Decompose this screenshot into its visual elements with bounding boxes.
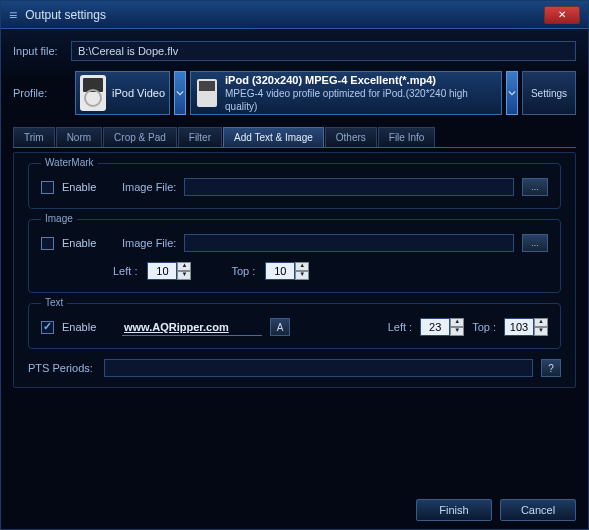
tab-panel: WaterMark Enable Image File: ... Image E…	[13, 152, 576, 388]
tab-norm[interactable]: Norm	[56, 127, 102, 147]
watermark-row: Enable Image File: ...	[41, 178, 548, 196]
watermark-imagefile-field[interactable]	[184, 178, 514, 196]
titlebar: ≡ Output settings ✕	[1, 1, 588, 29]
image-left-down[interactable]: ▼	[177, 271, 191, 280]
image-top-down[interactable]: ▼	[295, 271, 309, 280]
watermark-enable-label: Enable	[62, 181, 114, 193]
content-area: Input file: Profile: iPod Video iPod (32…	[1, 29, 588, 400]
watermark-browse-button[interactable]: ...	[522, 178, 548, 196]
tab-crop-pad[interactable]: Crop & Pad	[103, 127, 177, 147]
ipod-icon	[80, 75, 106, 111]
watermark-group: WaterMark Enable Image File: ...	[28, 163, 561, 209]
text-row: Enable A Left : ▲ ▼ Top :	[41, 318, 548, 336]
finish-button[interactable]: Finish	[416, 499, 492, 521]
pts-input[interactable]	[104, 359, 533, 377]
profile-category-box: iPod Video	[75, 71, 170, 115]
input-file-field[interactable]	[71, 41, 576, 61]
text-enable-checkbox[interactable]	[41, 321, 54, 334]
text-left-spinner: ▲ ▼	[420, 318, 464, 336]
text-top-input[interactable]	[504, 318, 534, 336]
profile-preset-box: iPod (320x240) MPEG-4 Excellent(*.mp4) M…	[190, 71, 502, 115]
tab-file-info[interactable]: File Info	[378, 127, 436, 147]
image-top-spinner: ▲ ▼	[265, 262, 309, 280]
image-position-row: Left : ▲ ▼ Top : ▲ ▼	[41, 262, 548, 280]
image-left-input[interactable]	[147, 262, 177, 280]
text-top-down[interactable]: ▼	[534, 327, 548, 336]
watermark-legend: WaterMark	[41, 157, 98, 168]
ipod-preset-icon	[197, 79, 217, 107]
text-legend: Text	[41, 297, 67, 308]
tabs-bar: Trim Norm Crop & Pad Filter Add Text & I…	[13, 127, 576, 148]
preset-description: MPEG-4 video profile optimized for iPod.…	[225, 87, 495, 113]
output-settings-window: ≡ Output settings ✕ Input file: Profile:…	[0, 0, 589, 530]
menu-icon[interactable]: ≡	[9, 7, 17, 23]
input-file-label: Input file:	[13, 45, 71, 57]
image-enable-label: Enable	[62, 237, 114, 249]
text-left-input[interactable]	[420, 318, 450, 336]
text-enable-label: Enable	[62, 321, 114, 333]
window-title: Output settings	[25, 8, 544, 22]
profile-category-dropdown[interactable]	[174, 71, 186, 115]
pts-label: PTS Periods:	[28, 362, 96, 374]
settings-button[interactable]: Settings	[522, 71, 576, 115]
tab-add-text-image[interactable]: Add Text & Image	[223, 127, 324, 147]
image-top-label: Top :	[231, 265, 255, 277]
text-top-label: Top :	[472, 321, 496, 333]
text-group: Text Enable A Left : ▲ ▼ Top	[28, 303, 561, 349]
text-value-input[interactable]	[122, 318, 262, 336]
close-button[interactable]: ✕	[544, 6, 580, 24]
pts-help-button[interactable]: ?	[541, 359, 561, 377]
text-top-up[interactable]: ▲	[534, 318, 548, 327]
text-left-down[interactable]: ▼	[450, 327, 464, 336]
profile-preset-text: iPod (320x240) MPEG-4 Excellent(*.mp4) M…	[225, 73, 495, 113]
watermark-enable-checkbox[interactable]	[41, 181, 54, 194]
tab-filter[interactable]: Filter	[178, 127, 222, 147]
font-button[interactable]: A	[270, 318, 290, 336]
image-legend: Image	[41, 213, 77, 224]
profile-label: Profile:	[13, 87, 71, 99]
image-imagefile-field[interactable]	[184, 234, 514, 252]
watermark-imagefile-label: Image File:	[122, 181, 176, 193]
image-row: Enable Image File: ...	[41, 234, 548, 252]
image-group: Image Enable Image File: ... Left : ▲ ▼	[28, 219, 561, 293]
tab-others[interactable]: Others	[325, 127, 377, 147]
preset-title: iPod (320x240) MPEG-4 Excellent(*.mp4)	[225, 73, 495, 87]
footer-buttons: Finish Cancel	[416, 499, 576, 521]
image-enable-checkbox[interactable]	[41, 237, 54, 250]
tab-trim[interactable]: Trim	[13, 127, 55, 147]
image-browse-button[interactable]: ...	[522, 234, 548, 252]
profile-row: Profile: iPod Video iPod (320x240) MPEG-…	[13, 71, 576, 115]
input-file-row: Input file:	[13, 41, 576, 61]
image-top-up[interactable]: ▲	[295, 262, 309, 271]
image-top-input[interactable]	[265, 262, 295, 280]
text-left-label: Left :	[388, 321, 412, 333]
image-left-spinner: ▲ ▼	[147, 262, 191, 280]
image-left-up[interactable]: ▲	[177, 262, 191, 271]
pts-row: PTS Periods: ?	[28, 359, 561, 377]
text-left-up[interactable]: ▲	[450, 318, 464, 327]
profile-preset-dropdown[interactable]	[506, 71, 518, 115]
image-left-label: Left :	[113, 265, 137, 277]
text-top-spinner: ▲ ▼	[504, 318, 548, 336]
profile-category-text: iPod Video	[112, 87, 165, 99]
image-imagefile-label: Image File:	[122, 237, 176, 249]
cancel-button[interactable]: Cancel	[500, 499, 576, 521]
